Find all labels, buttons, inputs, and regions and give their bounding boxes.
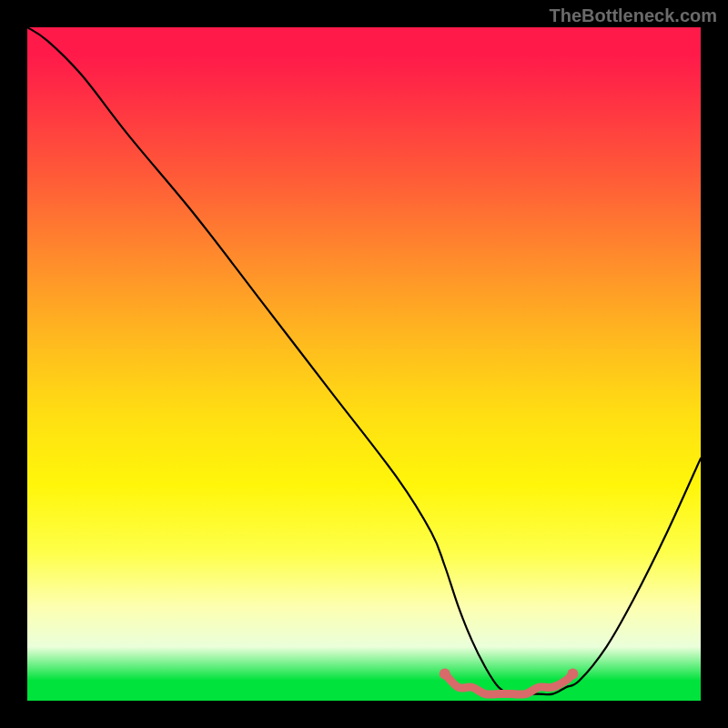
chart-svg [27, 27, 701, 701]
highlight-dots [440, 668, 579, 679]
highlight-bottom-curve [445, 673, 573, 694]
plot-area [27, 27, 701, 701]
highlight-endpoint-dot [567, 668, 578, 679]
watermark-text: TheBottleneck.com [550, 5, 717, 26]
highlight-endpoint-dot [440, 668, 450, 679]
bottleneck-curve [27, 27, 701, 694]
